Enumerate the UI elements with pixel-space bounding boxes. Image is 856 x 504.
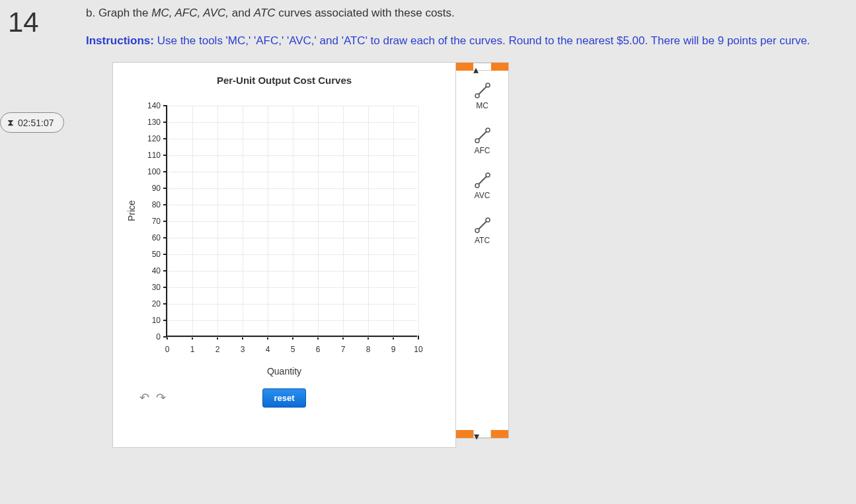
plot-area[interactable]: 0123456789100102030405060708090100110120… <box>166 106 417 337</box>
svg-point-1 <box>475 94 479 98</box>
x-tick-label: 0 <box>165 345 170 354</box>
y-tick-label: 40 <box>139 266 161 275</box>
x-tick-label: 8 <box>366 345 371 354</box>
y-tick-label: 10 <box>139 316 161 325</box>
x-tick-label: 3 <box>241 345 245 354</box>
tool-mc[interactable]: MC <box>475 83 490 110</box>
tool-label: MC <box>476 101 488 110</box>
y-tick-label: 120 <box>139 134 161 143</box>
x-tick-label: 10 <box>414 345 422 354</box>
palette-scroll-up[interactable]: ▴ <box>456 63 508 71</box>
y-tick-label: 130 <box>139 118 161 127</box>
prompt-last-term: ATC <box>254 7 276 19</box>
undo-redo-group: ↶ ↷ <box>139 390 166 405</box>
tool-label: AVC <box>475 191 490 200</box>
x-tick-label: 5 <box>291 345 295 354</box>
y-axis-title: Price <box>126 200 137 221</box>
y-tick-label: 140 <box>139 101 161 110</box>
chart-title: Per-Unit Output Cost Curves <box>120 75 449 86</box>
y-tick-label: 110 <box>139 151 161 160</box>
tool-palette: ▴ MCAFCAVCATC ▾ <box>456 62 509 439</box>
timer-pill: ⧗ 02:51:07 <box>0 112 64 133</box>
question-prompt: b. Graph the MC, AFC, AVC, and ATC curve… <box>86 7 846 20</box>
prompt-prefix: b. Graph the <box>86 7 151 19</box>
prompt-terms: MC, AFC, AVC, <box>151 7 229 19</box>
prompt-after: and <box>229 7 254 19</box>
y-tick-label: 20 <box>139 299 161 308</box>
graph-wrapper: Per-Unit Output Cost Curves Price 012345… <box>112 62 846 448</box>
timer-value: 02:51:07 <box>18 118 54 128</box>
instructions-label: Instructions: <box>86 34 154 47</box>
undo-button[interactable]: ↶ <box>139 390 149 405</box>
x-tick-label: 2 <box>215 345 220 354</box>
svg-point-10 <box>475 229 479 233</box>
x-tick-label: 9 <box>391 345 396 354</box>
x-tick-label: 1 <box>190 345 195 354</box>
graph-panel: Per-Unit Output Cost Curves Price 012345… <box>112 62 456 448</box>
palette-scroll-down[interactable]: ▾ <box>456 430 508 438</box>
y-tick-label: 100 <box>139 167 161 176</box>
prompt-suffix: curves associated with these costs. <box>276 7 455 19</box>
x-tick-label: 7 <box>341 345 346 354</box>
tool-label: AFC <box>475 146 490 155</box>
line-tool-icon <box>475 172 490 188</box>
y-tick-label: 80 <box>139 200 161 209</box>
graph-toolbar: ↶ ↷ reset <box>120 388 449 408</box>
line-tool-icon <box>475 127 490 143</box>
y-tick-label: 70 <box>139 217 161 226</box>
svg-point-11 <box>486 218 490 222</box>
x-axis-title: Quantity <box>120 366 449 377</box>
line-tool-icon <box>475 217 490 233</box>
svg-point-4 <box>475 139 479 143</box>
redo-button[interactable]: ↷ <box>156 390 166 405</box>
x-tick-label: 4 <box>266 345 270 354</box>
hourglass-icon: ⧗ <box>7 117 14 128</box>
tool-label: ATC <box>475 236 490 245</box>
svg-point-5 <box>486 128 490 132</box>
y-tick-label: 90 <box>139 184 161 193</box>
instructions-body: Use the tools 'MC,' 'AFC,' 'AVC,' and 'A… <box>154 34 810 47</box>
svg-point-7 <box>475 184 479 188</box>
y-tick-label: 60 <box>139 233 161 242</box>
x-tick-label: 6 <box>316 345 321 354</box>
svg-point-2 <box>486 83 490 87</box>
y-tick-label: 0 <box>139 332 161 342</box>
reset-button[interactable]: reset <box>262 388 305 408</box>
tool-list: MCAFCAVCATC <box>475 71 490 430</box>
tool-avc[interactable]: AVC <box>475 172 490 200</box>
line-tool-icon <box>475 83 490 98</box>
instructions-text: Instructions: Use the tools 'MC,' 'AFC,'… <box>86 33 846 49</box>
y-tick-label: 30 <box>139 283 161 292</box>
y-tick-label: 50 <box>139 250 161 259</box>
tool-afc[interactable]: AFC <box>475 127 490 155</box>
question-number: 14 <box>8 7 39 38</box>
content-area: b. Graph the MC, AFC, AVC, and ATC curve… <box>86 7 846 448</box>
tool-atc[interactable]: ATC <box>475 217 490 245</box>
svg-point-8 <box>486 173 490 177</box>
